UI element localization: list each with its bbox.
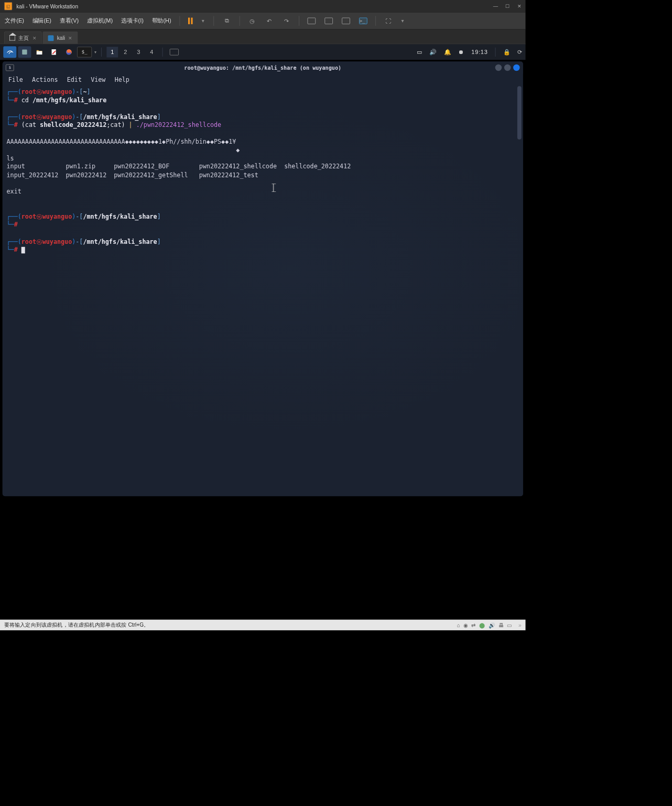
exit-cmd: exit [7,187,519,196]
chevron-down-icon[interactable]: ▾ [94,50,96,55]
ls-row: input_20222412 pwn20222412 pwn20222412_g… [7,171,519,179]
kali-menu-icon[interactable] [3,46,16,58]
firefox-icon[interactable] [62,46,75,58]
device-cd-icon[interactable]: ◉ [463,622,468,628]
term-menu-view[interactable]: View [91,76,105,83]
menu-view[interactable]: 查看(V) [60,17,79,24]
power-icon[interactable]: ⟳ [517,49,522,56]
svg-rect-0 [22,50,27,55]
minimize-button[interactable]: — [493,3,498,9]
activities-icon[interactable] [18,46,31,58]
record-icon[interactable]: ⏺ [458,49,464,56]
status-text: 要将输入定向到该虚拟机，请在虚拟机内部单击或按 Ctrl+G。 [4,621,149,629]
device-printer-icon[interactable]: 🖶 [498,622,504,628]
snapshot-manage-icon[interactable]: ↷ [281,17,291,25]
device-disk-icon[interactable]: ⌂ [457,622,460,628]
terminal-window: $ root@wuyanguo: /mnt/hgfs/kali_share (o… [3,61,523,496]
snapshot-icon[interactable]: ⧉ [222,17,232,25]
tab-kali[interactable]: kali ✕ [42,31,78,44]
vmware-logo-icon: ◱ [4,2,13,10]
workspace-2[interactable]: 2 [120,47,131,57]
snapshot-take-icon[interactable]: ◷ [247,17,257,25]
term-menu-file[interactable]: File [8,76,23,83]
bell-icon[interactable]: 🔔 [444,49,451,56]
terminal-menubar: File Actions Edit View Help [3,74,523,86]
kali-top-panel: $_ ▾ 1 2 3 4 ▭ 🔊 🔔 ⏺ 19:13 🔒 ⟳ [0,44,526,60]
scrollbar[interactable] [517,86,522,496]
maximize-circle[interactable] [504,65,511,71]
console-icon[interactable]: >_ [358,17,368,25]
term-menu-actions[interactable]: Actions [32,76,58,83]
terminal-body[interactable]: ┌──(root㉿wuyanguo)-[~] └─# cd /mnt/hgfs/… [3,86,523,496]
menu-help[interactable]: 帮助(H) [152,17,171,24]
maximize-button[interactable]: ☐ [505,3,510,9]
clock[interactable]: 19:13 [471,49,487,56]
tab-home-label: 主页 [18,34,29,41]
device-sound-icon[interactable]: 🔊 [489,622,495,628]
payload-extra: ◆ [7,146,519,154]
tab-kali-label: kali [57,35,65,41]
term-menu-edit[interactable]: Edit [67,76,82,83]
device-usb-icon[interactable]: ⬤ [479,622,485,628]
menu-file[interactable]: 文件(E) [5,17,24,24]
display-icon[interactable]: ▭ [417,49,422,56]
term-menu-help[interactable]: Help [115,76,129,83]
device-display-icon[interactable]: ▭ [507,622,512,628]
files-icon[interactable] [33,46,46,58]
snapshot-revert-icon[interactable]: ↶ [264,17,274,25]
terminal-icon: $ [6,65,14,71]
text-editor-icon[interactable] [48,46,61,58]
vmware-menubar: 文件(E) 编辑(E) 查看(V) 虚拟机(M) 选项卡(I) 帮助(H) ▼ … [0,12,526,29]
tab-home[interactable]: 主页 ✕ [4,31,42,44]
view-2-icon[interactable] [323,17,333,25]
terminal-launcher-icon[interactable]: $_ [77,47,92,57]
svg-rect-1 [37,51,42,55]
lock-icon[interactable]: 🔒 [503,49,510,56]
close-button[interactable]: ✕ [517,3,522,9]
kali-tab-icon [48,35,53,41]
text-cursor-icon [273,184,274,192]
window-title: kali - VMware Workstation [16,3,78,9]
pause-icon[interactable] [188,17,193,24]
menu-edit[interactable]: 编辑(E) [32,17,51,24]
ls-cmd: ls [7,154,519,163]
home-icon [9,36,15,40]
menu-tabs[interactable]: 选项卡(I) [121,17,144,24]
workspace-1[interactable]: 1 [106,47,118,57]
payload-output: AAAAAAAAAAAAAAAAAAAAAAAAAAAAAAAA◆◆◆◆◆◆◆◆… [7,137,519,146]
view-3-icon[interactable] [341,17,351,25]
terminal-titlebar[interactable]: $ root@wuyanguo: /mnt/hgfs/kali_share (o… [3,61,523,73]
window-list-icon[interactable] [168,46,181,58]
workspace-3[interactable]: 3 [133,47,144,57]
tab-bar: 主页 ✕ kali ✕ [0,29,526,44]
block-cursor [21,247,25,254]
menu-vm[interactable]: 虚拟机(M) [87,17,113,24]
device-net-icon[interactable]: ⇄ [471,622,476,628]
close-icon[interactable]: ✕ [32,35,37,41]
ls-row: input pwn1.zip pwn20222412_BOF pwn202224… [7,163,519,171]
close-icon[interactable]: ✕ [68,35,72,41]
close-circle[interactable] [513,65,520,71]
vmware-statusbar: 要将输入定向到该虚拟机，请在虚拟机内部单击或按 Ctrl+G。 ⌂ ◉ ⇄ ⬤ … [0,620,526,630]
vmware-titlebar: ◱ kali - VMware Workstation — ☐ ✕ [0,0,526,12]
terminal-title: root@wuyanguo: /mnt/hgfs/kali_share (on … [184,65,341,71]
minimize-circle[interactable] [495,65,502,71]
dropdown-icon[interactable]: ▼ [201,18,205,23]
workspace-4[interactable]: 4 [146,47,157,57]
fullscreen-icon[interactable]: ⛶ [383,17,393,25]
view-1-icon[interactable] [307,17,317,25]
volume-icon[interactable]: 🔊 [429,49,436,56]
dropdown-icon[interactable]: ▼ [400,18,405,23]
